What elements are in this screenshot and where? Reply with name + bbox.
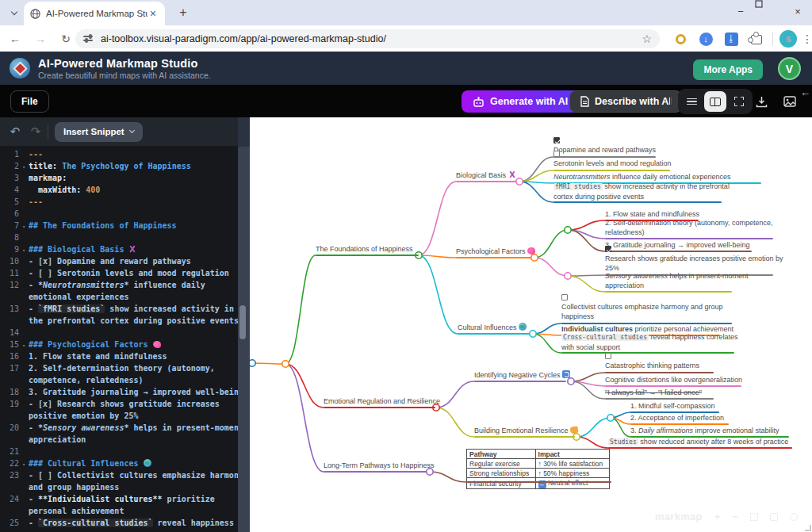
- editor-line[interactable]: 3markmap:: [0, 172, 238, 184]
- fold-chevron-icon[interactable]: [19, 469, 29, 481]
- fold-chevron-icon[interactable]: [19, 505, 29, 517]
- fold-chevron-icon[interactable]: [19, 350, 29, 362]
- map-node-studies-anxiety[interactable]: Studies show reduced anxiety after 8 wee…: [608, 437, 788, 447]
- editor-line[interactable]: 161. Flow state and mindfulness: [0, 350, 238, 362]
- describe-with-ai-button[interactable]: Describe with AI: [569, 90, 682, 113]
- editor-line[interactable]: 24- **Individualist cultures** prioritiz…: [0, 493, 238, 505]
- pathways-impact-table[interactable]: PathwayImpactRegular exercise↑ 30% life …: [466, 449, 610, 489]
- editor-only-view-button[interactable]: [680, 91, 703, 112]
- redo-icon[interactable]: ↷: [25, 124, 46, 139]
- node-circle-biological[interactable]: [516, 178, 523, 185]
- editor-line[interactable]: 8: [0, 232, 238, 243]
- editor-line[interactable]: 13- `fMRI studies` show increased activi…: [0, 303, 238, 315]
- editor-line[interactable]: positive emotion by 25%: [0, 410, 238, 422]
- editor-line[interactable]: appreciation: [0, 434, 238, 446]
- fold-chevron-icon[interactable]: [19, 493, 29, 505]
- downloads-icon[interactable]: ⭳: [722, 29, 741, 48]
- fold-chevron-icon[interactable]: [19, 410, 29, 422]
- tab-search-icon[interactable]: [6, 6, 22, 20]
- site-info-icon[interactable]: [83, 34, 94, 44]
- zoom-out-icon[interactable]: −: [732, 511, 738, 522]
- editor-line[interactable]: 22▾### Cultural Influences: [0, 457, 238, 469]
- editor-line[interactable]: personal achievement: [0, 505, 238, 517]
- editor-line[interactable]: 6: [0, 208, 238, 220]
- fold-chevron-icon[interactable]: [19, 398, 29, 410]
- reload-icon[interactable]: ↻: [56, 29, 76, 49]
- checkbox-unchecked-icon[interactable]: [605, 353, 611, 359]
- map-node-identifying-negative-cycles[interactable]: Identifying Negative Cycles: [474, 370, 570, 380]
- fold-chevron-icon[interactable]: [19, 386, 29, 398]
- editor-line[interactable]: 2▾title: The Psychology of Happiness: [0, 160, 238, 172]
- editor-line[interactable]: 25- `Cross-cultural studies` reveal happ…: [0, 517, 238, 529]
- more-apps-button[interactable]: More Apps: [693, 59, 763, 80]
- back-icon[interactable]: ←: [5, 29, 25, 49]
- map-node-daily-affirmations[interactable]: 3. Daily affirmations improve emotional …: [630, 426, 779, 435]
- tab-close-icon[interactable]: ×: [147, 7, 159, 20]
- extension-download-circle-icon[interactable]: ↓: [696, 29, 715, 48]
- map-node-self-determination[interactable]: 2. Self-determination theory (autonomy, …: [605, 218, 772, 237]
- fit-view-icon[interactable]: [750, 513, 758, 521]
- map-node-sensory-awareness[interactable]: Sensory awareness helps in present-momen…: [605, 271, 749, 290]
- editor-line[interactable]: 172. Self-determination theory (autonomy…: [0, 362, 238, 374]
- mindmap-canvas[interactable]: markmap + − The Foundations of Happiness…: [250, 117, 812, 532]
- editor-line[interactable]: 12- *Neurotransmitters* influence daily: [0, 279, 238, 291]
- fold-chevron-icon[interactable]: ▾: [19, 243, 29, 255]
- collapse-arrow-icon[interactable]: ←: [800, 86, 810, 98]
- editor-line[interactable]: 21: [0, 446, 238, 457]
- address-bar[interactable]: ai-toolbox.visual-paradigm.com/app/ai-po…: [75, 29, 660, 48]
- fold-chevron-icon[interactable]: [19, 172, 29, 184]
- fold-chevron-icon[interactable]: [19, 184, 29, 196]
- map-node-cognitive-distortions[interactable]: Cognitive distortions like overgeneraliz…: [605, 375, 742, 385]
- fold-chevron-icon[interactable]: [19, 279, 29, 291]
- fold-chevron-icon[interactable]: [19, 374, 29, 386]
- extensions-puzzle-icon[interactable]: [747, 29, 766, 48]
- file-menu-button[interactable]: File: [10, 90, 49, 113]
- new-tab-button[interactable]: +: [174, 5, 192, 22]
- map-node-acceptance-imperfection[interactable]: 2. Acceptance of imperfection: [630, 413, 724, 423]
- editor-line[interactable]: the prefrontal cortex during positive ev…: [0, 315, 238, 327]
- fold-chevron-icon[interactable]: [19, 517, 29, 529]
- download-button[interactable]: [752, 92, 771, 111]
- export-image-button[interactable]: [780, 92, 799, 111]
- forward-icon[interactable]: →: [30, 29, 51, 49]
- editor-line[interactable]: 183. Gratitude journaling → improved wel…: [0, 386, 238, 398]
- map-node-gratitude-research[interactable]: Research shows gratitude increases posit…: [605, 246, 783, 273]
- editor-line[interactable]: 9▾### Biological Basis: [0, 243, 238, 255]
- fold-chevron-icon[interactable]: ▾: [19, 339, 29, 350]
- node-circle-root[interactable]: [250, 360, 255, 366]
- browser-profile-avatar[interactable]: s: [779, 30, 797, 48]
- user-avatar[interactable]: V: [778, 57, 801, 80]
- browser-tab[interactable]: AI-Powered Markmap Studio ×: [24, 2, 165, 25]
- editor-line[interactable]: 5---: [0, 196, 238, 208]
- map-node-psychological-factors[interactable]: Psychological Factors: [456, 247, 535, 256]
- code-editor[interactable]: 1---2▾title: The Psychology of Happiness…: [0, 146, 238, 532]
- editor-line[interactable]: 10- [x] Dopamine and reward pathways: [0, 255, 238, 267]
- bookmark-star-icon[interactable]: ☆: [642, 33, 652, 45]
- fold-chevron-icon[interactable]: [19, 255, 29, 267]
- fold-chevron-icon[interactable]: ▾: [19, 160, 29, 172]
- fold-chevron-icon[interactable]: [19, 434, 29, 446]
- checkbox-checked-icon[interactable]: [605, 246, 611, 252]
- fold-chevron-icon[interactable]: [19, 267, 29, 279]
- map-node-neurotransmitters[interactable]: Neurotransmitters influence daily emotio…: [553, 172, 731, 182]
- fold-chevron-icon[interactable]: [19, 208, 29, 220]
- node-circle-pf-group-1[interactable]: [565, 227, 571, 233]
- editor-scrollbar-thumb[interactable]: [239, 305, 246, 339]
- window-maximize-button[interactable]: [755, 0, 783, 24]
- fold-chevron-icon[interactable]: [19, 362, 29, 374]
- editor-line[interactable]: 19- [x] Research shows gratitude increas…: [0, 398, 238, 410]
- fullscreen-view-button[interactable]: [728, 91, 750, 112]
- recenter-icon[interactable]: [770, 513, 778, 521]
- fold-chevron-icon[interactable]: [19, 291, 29, 303]
- map-node-serotonin[interactable]: Serotonin levels and mood regulation: [553, 151, 672, 168]
- fold-chevron-icon[interactable]: [19, 327, 29, 339]
- editor-line[interactable]: 20- *Sensory awareness* helps in present…: [0, 422, 238, 434]
- map-node-catastrophic-thinking[interactable]: Catastrophic thinking patterns: [605, 353, 699, 370]
- fold-chevron-icon[interactable]: [19, 446, 29, 457]
- checkbox-checked-icon[interactable]: [553, 137, 560, 144]
- fold-chevron-icon[interactable]: [19, 315, 29, 327]
- node-circle-cultural[interactable]: [530, 331, 536, 337]
- map-node-foundations[interactable]: The Foundations of Happiness: [316, 244, 413, 254]
- editor-line[interactable]: 7▾## The Foundations of Happiness: [0, 220, 238, 232]
- panel-divider[interactable]: [238, 117, 250, 532]
